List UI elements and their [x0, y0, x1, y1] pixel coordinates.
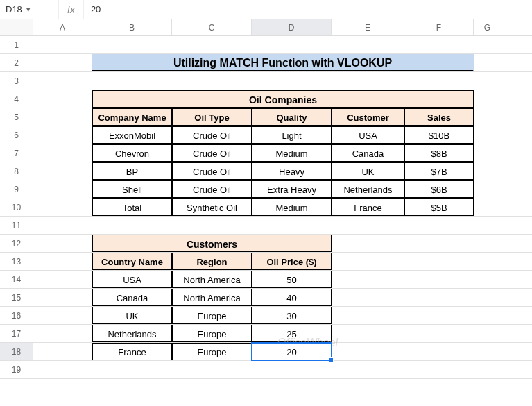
chevron-down-icon[interactable]: ▼ — [25, 6, 32, 13]
cell[interactable] — [172, 361, 252, 378]
cell[interactable] — [92, 361, 172, 378]
row-header[interactable]: 15 — [0, 289, 33, 306]
cell[interactable] — [474, 36, 501, 53]
formula-input[interactable] — [84, 0, 532, 19]
row-header[interactable]: 9 — [0, 180, 33, 198]
table1-col-header[interactable]: Customer — [332, 108, 404, 126]
cell[interactable] — [33, 253, 92, 270]
cell[interactable]: 40 — [252, 289, 332, 306]
cell[interactable] — [172, 36, 252, 53]
cell[interactable] — [33, 54, 92, 71]
cell[interactable] — [404, 217, 474, 234]
cell[interactable] — [33, 108, 92, 126]
cell[interactable]: UK — [92, 307, 172, 324]
cell[interactable]: Medium — [252, 198, 332, 216]
cell[interactable] — [474, 54, 501, 71]
cell[interactable] — [33, 361, 92, 378]
cell[interactable]: Shell — [92, 180, 172, 198]
table1-col-header[interactable]: Sales — [404, 108, 474, 126]
cell[interactable]: 50 — [252, 271, 332, 288]
cell[interactable]: $10B — [404, 126, 474, 144]
cell[interactable] — [474, 307, 501, 324]
fill-handle[interactable] — [329, 357, 334, 362]
cell[interactable] — [33, 126, 92, 144]
cell[interactable] — [474, 108, 501, 126]
cell[interactable]: BP — [92, 162, 172, 180]
cell[interactable]: North America — [172, 271, 252, 288]
table1-col-header[interactable]: Company Name — [92, 108, 172, 126]
cell[interactable]: Netherlands — [92, 325, 172, 342]
cell-reference-box[interactable]: D18 ▼ — [0, 0, 59, 19]
cell[interactable]: Netherlands — [332, 180, 404, 198]
cell[interactable] — [33, 162, 92, 180]
cell[interactable] — [332, 325, 404, 342]
cell[interactable] — [33, 144, 92, 162]
row-header[interactable]: 14 — [0, 271, 33, 288]
cell[interactable]: $5B — [404, 198, 474, 216]
cell[interactable]: USA — [332, 126, 404, 144]
cell[interactable]: Crude Oil — [172, 126, 252, 144]
cell[interactable]: 25 — [252, 325, 332, 342]
active-cell[interactable]: 20 — [252, 343, 332, 360]
cell[interactable] — [92, 217, 172, 234]
cell[interactable] — [92, 72, 172, 90]
cell[interactable] — [33, 90, 92, 108]
cell[interactable]: Europe — [172, 307, 252, 324]
row-header[interactable]: 19 — [0, 361, 33, 378]
cell[interactable] — [33, 72, 92, 90]
cell[interactable] — [404, 235, 474, 252]
cell[interactable]: Synthetic Oil — [172, 198, 252, 216]
cell[interactable]: Canada — [92, 289, 172, 306]
cell[interactable] — [404, 361, 474, 378]
cell[interactable] — [474, 289, 501, 306]
cell[interactable] — [33, 235, 92, 252]
cell[interactable]: $7B — [404, 162, 474, 180]
cell[interactable] — [33, 307, 92, 324]
cell[interactable] — [332, 36, 404, 53]
cell[interactable] — [332, 361, 404, 378]
row-header[interactable]: 17 — [0, 325, 33, 342]
cell[interactable] — [474, 162, 501, 180]
row-header[interactable]: 7 — [0, 144, 33, 162]
cell[interactable]: USA — [92, 271, 172, 288]
cell[interactable]: Canada — [332, 144, 404, 162]
cell[interactable] — [33, 343, 92, 360]
cell[interactable] — [332, 307, 404, 324]
col-header-e[interactable]: E — [332, 19, 404, 35]
cell[interactable] — [474, 144, 501, 162]
row-header[interactable]: 10 — [0, 198, 33, 216]
table2-col-header[interactable]: Oil Price ($) — [252, 253, 332, 270]
cell[interactable] — [332, 343, 404, 360]
cell[interactable]: Crude Oil — [172, 144, 252, 162]
cell[interactable] — [474, 361, 501, 378]
cell[interactable]: Total — [92, 198, 172, 216]
cell[interactable] — [33, 325, 92, 342]
cell[interactable] — [172, 217, 252, 234]
cell[interactable] — [474, 180, 501, 198]
cell[interactable]: France — [92, 343, 172, 360]
cell[interactable] — [474, 198, 501, 216]
cell[interactable]: 30 — [252, 307, 332, 324]
cell[interactable] — [252, 361, 332, 378]
table2-col-header[interactable]: Region — [172, 253, 252, 270]
col-header-f[interactable]: F — [404, 19, 474, 35]
select-all-corner[interactable] — [0, 19, 33, 35]
cell[interactable]: Europe — [172, 325, 252, 342]
row-header[interactable]: 5 — [0, 108, 33, 126]
cell[interactable] — [33, 180, 92, 198]
cell[interactable] — [404, 253, 474, 270]
cell[interactable]: Light — [252, 126, 332, 144]
row-header[interactable]: 8 — [0, 162, 33, 180]
cell[interactable] — [474, 325, 501, 342]
row-header[interactable]: 2 — [0, 54, 33, 71]
row-header[interactable]: 1 — [0, 36, 33, 53]
col-header-d[interactable]: D — [252, 19, 332, 35]
cell[interactable]: Medium — [252, 144, 332, 162]
row-header[interactable]: 4 — [0, 90, 33, 108]
col-header-g[interactable]: G — [474, 19, 501, 35]
cell[interactable]: Extra Heavy — [252, 180, 332, 198]
cell[interactable]: Crude Oil — [172, 162, 252, 180]
page-title[interactable]: Utilizing MATCH Function with VLOOKUP — [92, 54, 474, 71]
table1-header[interactable]: Oil Companies — [92, 90, 474, 108]
cell[interactable] — [332, 217, 404, 234]
